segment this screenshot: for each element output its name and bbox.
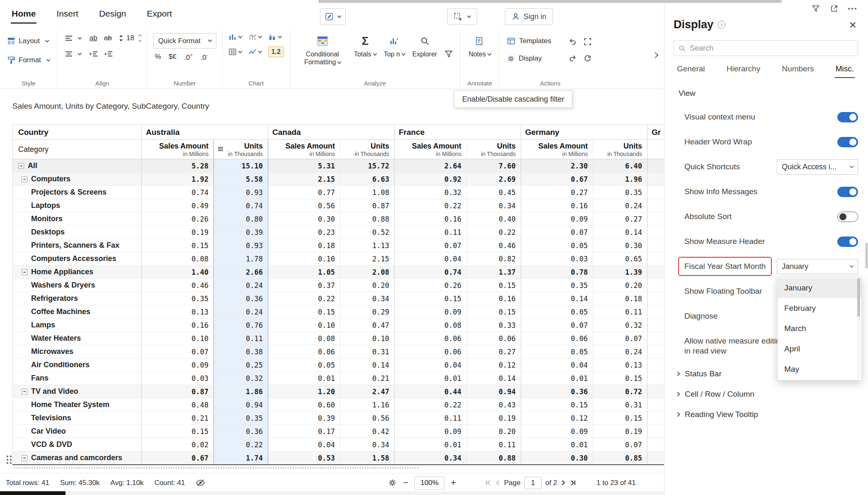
data-cell[interactable]: 0.04 <box>268 438 340 451</box>
data-cell[interactable]: 0.11 <box>395 226 467 239</box>
data-cell[interactable]: 0.10 <box>142 332 214 345</box>
data-cell[interactable]: 0.74 <box>214 199 268 212</box>
row-label-cell[interactable]: Air Conditioners <box>13 358 142 372</box>
toggle-absolute-sort[interactable] <box>837 212 858 222</box>
last-page-button[interactable] <box>570 480 576 486</box>
top-n-button[interactable]: Top n <box>381 33 407 60</box>
measure-header[interactable]: Sales Amountin Millions <box>521 140 593 159</box>
data-cell[interactable]: 0.78 <box>521 266 593 279</box>
data-cell[interactable] <box>647 252 664 266</box>
data-cell[interactable]: 0.16 <box>395 212 467 226</box>
data-cell[interactable]: 0.17 <box>268 425 340 438</box>
data-cell[interactable]: 0.11 <box>467 438 521 451</box>
data-cell[interactable]: 0.09 <box>395 305 467 319</box>
data-cell[interactable]: 0.45 <box>467 186 521 199</box>
data-cell[interactable]: 0.60 <box>268 398 340 412</box>
data-cell[interactable]: 2.47 <box>340 385 395 398</box>
data-cell[interactable]: 0.93 <box>214 239 268 252</box>
data-cell[interactable]: 0.37 <box>268 279 340 292</box>
collapse-icon[interactable] <box>22 269 27 275</box>
row-label-cell[interactable]: Laptops <box>13 199 142 212</box>
corner-category-label[interactable]: Category <box>13 140 142 159</box>
data-cell[interactable]: 0.14 <box>593 226 647 239</box>
data-cell[interactable]: 0.15 <box>395 292 467 305</box>
data-cell[interactable]: 0.13 <box>593 358 647 372</box>
data-cell[interactable] <box>647 239 664 252</box>
month-option-april[interactable]: April <box>778 339 861 359</box>
data-cell[interactable]: 1.20 <box>268 385 340 398</box>
data-cell[interactable]: 2.64 <box>395 159 467 173</box>
data-cell[interactable]: 0.56 <box>268 199 340 212</box>
data-cell[interactable]: 0.94 <box>214 398 268 412</box>
data-cell[interactable]: 15.72 <box>340 159 395 173</box>
data-cell[interactable]: 0.18 <box>593 292 647 305</box>
decimal-increase-button[interactable]: .0+ <box>184 52 193 62</box>
data-cell[interactable] <box>647 372 664 385</box>
bottom-scrollbar-thumb[interactable] <box>0 491 65 495</box>
data-cell[interactable]: 0.06 <box>521 332 593 345</box>
templates-button[interactable]: Templates <box>505 33 553 49</box>
data-cell[interactable]: 0.30 <box>521 451 593 465</box>
data-cell[interactable]: 0.22 <box>395 398 467 412</box>
data-cell[interactable] <box>647 305 664 319</box>
data-cell[interactable] <box>647 292 664 305</box>
data-cell[interactable]: 0.40 <box>467 212 521 226</box>
data-cell[interactable]: 0.53 <box>268 451 340 465</box>
data-cell[interactable] <box>647 332 664 345</box>
underline-button[interactable]: ab <box>90 34 97 42</box>
data-cell[interactable]: 0.15 <box>593 372 647 385</box>
data-cell[interactable]: 0.07 <box>593 332 647 345</box>
data-cell[interactable]: 0.76 <box>214 319 268 332</box>
percent-button[interactable]: % <box>155 53 161 61</box>
zoom-out-button[interactable]: − <box>403 478 408 488</box>
data-cell[interactable]: 0.46 <box>142 279 214 292</box>
eye-off-icon[interactable] <box>196 479 205 486</box>
data-cell[interactable]: 0.93 <box>214 186 268 199</box>
data-cell[interactable] <box>647 279 664 292</box>
data-cell[interactable]: 0.14 <box>521 292 593 305</box>
page-input[interactable] <box>524 477 542 489</box>
data-cell[interactable]: 1.96 <box>593 173 647 186</box>
data-cell[interactable]: 1.39 <box>593 266 647 279</box>
data-cell[interactable]: 0.26 <box>395 279 467 292</box>
section-reading-view-tooltip[interactable]: Reading View Tooltip <box>664 404 868 424</box>
data-cell[interactable]: 0.04 <box>395 358 467 372</box>
data-cell[interactable]: 15.10 <box>214 159 268 173</box>
data-cell[interactable]: 0.22 <box>395 199 467 212</box>
data-cell[interactable]: 0.20 <box>340 279 395 292</box>
data-cell[interactable]: 0.38 <box>214 345 268 358</box>
horizontal-align-button[interactable] <box>63 33 83 43</box>
data-cell[interactable]: 0.07 <box>395 239 467 252</box>
panel-tab-misc[interactable]: Misc. <box>835 64 855 78</box>
data-cell[interactable]: 0.06 <box>395 332 467 345</box>
data-cell[interactable]: 6.63 <box>340 173 395 186</box>
display-button[interactable]: Display <box>505 51 553 66</box>
layout-button[interactable]: Layout <box>6 33 51 49</box>
table-view-button[interactable] <box>228 48 242 56</box>
undo-button[interactable] <box>569 38 577 46</box>
measure-header[interactable]: Sales Amountin Millions <box>647 140 664 159</box>
data-cell[interactable]: 0.12 <box>467 358 521 372</box>
data-cell[interactable] <box>647 398 664 412</box>
data-cell[interactable]: 0.05 <box>268 358 340 372</box>
data-cell[interactable]: 1.92 <box>142 173 214 186</box>
tab-home[interactable]: Home <box>11 6 36 24</box>
data-cell[interactable]: 0.24 <box>214 279 268 292</box>
data-cell[interactable]: 0.29 <box>340 305 395 319</box>
data-cell[interactable] <box>647 385 664 398</box>
data-cell[interactable]: 0.67 <box>521 173 593 186</box>
popout-icon[interactable] <box>830 5 838 13</box>
data-cell[interactable]: 1.05 <box>268 266 340 279</box>
data-cell[interactable]: 2.15 <box>340 252 395 266</box>
row-label-cell[interactable]: Coffee Machines <box>13 305 142 319</box>
data-cell[interactable]: 0.46 <box>467 239 521 252</box>
measure-header[interactable]: Unitsin Thousands <box>593 140 647 159</box>
data-cell[interactable]: 0.30 <box>593 239 647 252</box>
month-option-may[interactable]: May <box>778 359 861 379</box>
data-cell[interactable]: 0.32 <box>593 319 647 332</box>
data-cell[interactable]: 0.26 <box>142 212 214 226</box>
more-options-icon[interactable] <box>848 8 850 10</box>
data-cell[interactable]: 0.44 <box>395 385 467 398</box>
data-cell[interactable]: 0.04 <box>521 358 593 372</box>
data-cell[interactable]: 0.11 <box>395 412 467 425</box>
